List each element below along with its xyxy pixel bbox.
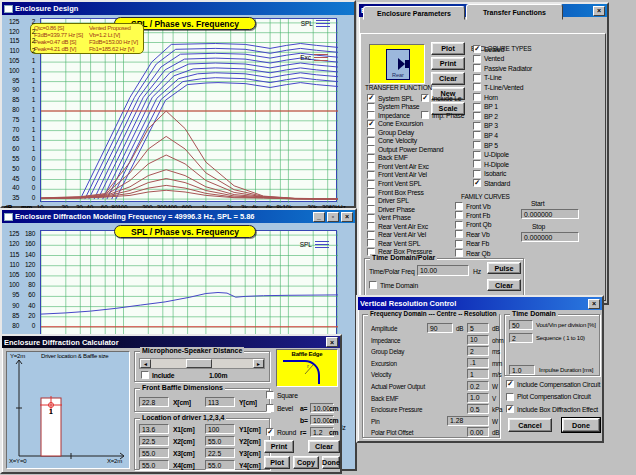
checkbox[interactable] bbox=[455, 240, 463, 248]
checkbox[interactable] bbox=[473, 83, 481, 91]
sequence-field[interactable]: 2 bbox=[509, 333, 533, 343]
checkbox[interactable] bbox=[473, 160, 481, 168]
driver-4-y-field[interactable]: 55.0 bbox=[205, 460, 235, 470]
done-button[interactable]: Done bbox=[322, 456, 340, 469]
family-start-field[interactable]: 0.000000 bbox=[521, 209, 579, 219]
res-value-field[interactable]: 0.2 bbox=[467, 381, 489, 391]
checkbox[interactable] bbox=[473, 151, 481, 159]
restore-button[interactable]: ▫ bbox=[327, 212, 339, 222]
close-button[interactable]: × bbox=[341, 212, 353, 222]
checkbox[interactable] bbox=[473, 64, 481, 72]
cancel-button[interactable]: Cancel bbox=[508, 418, 552, 432]
checkbox[interactable] bbox=[473, 103, 481, 111]
close-icon[interactable]: × bbox=[326, 337, 338, 347]
clear-button[interactable]: Clear bbox=[431, 72, 465, 85]
checkbox[interactable]: ✓ bbox=[506, 380, 514, 388]
checkbox[interactable]: ✓ bbox=[266, 428, 274, 436]
checkbox[interactable] bbox=[455, 221, 463, 229]
baffle-dim-y-field[interactable]: 113 bbox=[205, 397, 235, 407]
checkbox[interactable] bbox=[421, 111, 429, 119]
scroll-right-icon[interactable]: ► bbox=[253, 359, 264, 368]
checkbox[interactable] bbox=[266, 391, 274, 399]
clear-button[interactable]: Clear bbox=[308, 440, 340, 453]
driver-1-y-field[interactable]: 100 bbox=[205, 424, 235, 434]
time-clear-button[interactable]: Clear bbox=[487, 279, 521, 291]
checkbox[interactable] bbox=[367, 128, 375, 136]
checkbox[interactable] bbox=[367, 231, 375, 239]
checkbox[interactable] bbox=[473, 74, 481, 82]
res-value-field[interactable]: 0.5 bbox=[467, 404, 489, 414]
checkbox[interactable] bbox=[473, 131, 481, 139]
driver-1-x-field[interactable]: 13.6 bbox=[139, 424, 169, 434]
impulse-duration-field[interactable]: 1.0 bbox=[509, 365, 535, 375]
checkbox[interactable] bbox=[455, 230, 463, 238]
checkbox[interactable] bbox=[473, 141, 481, 149]
plot-button[interactable]: Plot bbox=[264, 456, 290, 469]
time-polar-freq-field[interactable]: 10.00 bbox=[417, 265, 469, 276]
res-value-field[interactable]: 10 bbox=[467, 335, 489, 345]
checkbox[interactable] bbox=[506, 393, 514, 401]
vout-field[interactable]: 50 bbox=[509, 320, 533, 330]
checkbox[interactable] bbox=[455, 202, 463, 210]
res-value-field[interactable]: .1 bbox=[467, 358, 489, 368]
checkbox[interactable]: ✓ bbox=[473, 45, 481, 53]
driver-3-x-field[interactable]: 55.0 bbox=[139, 448, 169, 458]
baffle-dim-x-field[interactable]: 22.8 bbox=[139, 397, 169, 407]
titlebar-vertical-resolution[interactable]: Vertical Resolution Control × bbox=[358, 297, 602, 310]
tab-transfer-functions[interactable]: Transfer Functions bbox=[466, 4, 563, 20]
checkbox[interactable]: ✓ bbox=[506, 405, 514, 413]
checkbox[interactable] bbox=[367, 222, 375, 230]
close-icon[interactable]: × bbox=[588, 299, 600, 309]
checkbox[interactable] bbox=[473, 93, 481, 101]
driver-2-y-field[interactable]: 55.0 bbox=[205, 436, 235, 446]
pulse-button[interactable]: Pulse bbox=[487, 262, 521, 274]
res-value-field[interactable]: 1.28 bbox=[447, 416, 489, 426]
checkbox[interactable] bbox=[367, 188, 375, 196]
checkbox[interactable] bbox=[367, 137, 375, 145]
checkbox[interactable]: ✓ bbox=[473, 179, 481, 187]
checkbox[interactable] bbox=[367, 239, 375, 247]
titlebar-enclosure-design[interactable]: Enclosure Design bbox=[2, 2, 354, 15]
checkbox[interactable] bbox=[367, 180, 375, 188]
plot-button[interactable]: Plot bbox=[431, 42, 465, 55]
checkbox[interactable] bbox=[367, 162, 375, 170]
minimize-button[interactable]: _ bbox=[313, 212, 325, 222]
checkbox[interactable] bbox=[367, 171, 375, 179]
res-value-field[interactable]: 5 bbox=[467, 323, 489, 333]
print-button[interactable]: Print bbox=[264, 440, 294, 453]
mic-distance-scrollbar[interactable]: ◄ ► bbox=[139, 358, 265, 369]
scroll-left-icon[interactable]: ◄ bbox=[140, 359, 151, 368]
checkbox[interactable]: ✓ bbox=[367, 94, 375, 102]
checkbox[interactable] bbox=[473, 112, 481, 120]
checkbox[interactable] bbox=[367, 197, 375, 205]
checkbox[interactable] bbox=[369, 281, 377, 289]
checkbox[interactable] bbox=[266, 404, 274, 412]
titlebar-diffraction-modeling[interactable]: Enclosure Diffraction Modeling Frequency… bbox=[2, 210, 355, 223]
res-value-field[interactable]: 1.0 bbox=[467, 393, 489, 403]
print-button[interactable]: Print bbox=[431, 57, 465, 70]
checkbox[interactable] bbox=[473, 55, 481, 63]
checkbox[interactable] bbox=[367, 103, 375, 111]
checkbox[interactable] bbox=[367, 205, 375, 213]
res-centre-field[interactable]: 90 bbox=[427, 323, 453, 333]
checkbox[interactable] bbox=[367, 214, 375, 222]
checkbox[interactable] bbox=[473, 170, 481, 178]
checkbox[interactable] bbox=[455, 249, 463, 257]
driver-4-x-field[interactable]: 55.0 bbox=[139, 460, 169, 470]
checkbox[interactable]: ✓ bbox=[421, 94, 429, 102]
checkbox[interactable] bbox=[367, 111, 375, 119]
include-checkbox[interactable] bbox=[141, 371, 149, 379]
family-stop-field[interactable]: 0.000000 bbox=[521, 232, 579, 242]
checkbox[interactable] bbox=[455, 211, 463, 219]
done-button[interactable]: Done bbox=[562, 418, 600, 432]
checkbox[interactable] bbox=[367, 145, 375, 153]
res-value-field[interactable]: 1 bbox=[467, 369, 489, 379]
driver-3-y-field[interactable]: 22.5 bbox=[205, 448, 235, 458]
res-value-field[interactable]: 0.00 bbox=[467, 427, 489, 437]
checkbox[interactable] bbox=[367, 154, 375, 162]
scrollbar-thumb[interactable] bbox=[186, 359, 212, 368]
driver-2-x-field[interactable]: 22.5 bbox=[139, 436, 169, 446]
checkbox[interactable]: ✓ bbox=[367, 120, 375, 128]
copy-button[interactable]: Copy bbox=[293, 456, 319, 469]
checkbox[interactable] bbox=[473, 122, 481, 130]
